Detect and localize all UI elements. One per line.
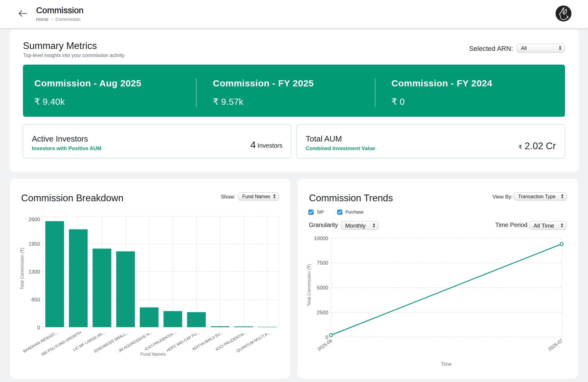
svg-text:10000: 10000 [314, 236, 328, 241]
svg-text:Total Commission (₹): Total Commission (₹) [307, 264, 311, 306]
svg-text:2600: 2600 [28, 217, 40, 222]
svg-text:2025-06: 2025-06 [316, 338, 333, 352]
svg-text:2500: 2500 [317, 310, 328, 316]
svg-text:7500: 7500 [317, 260, 328, 266]
svg-text:1300: 1300 [28, 269, 40, 275]
svg-text:2025-07: 2025-07 [547, 338, 564, 352]
svg-text:Time: Time [441, 361, 452, 367]
svg-text:SBI PSU FUND GROWTH: SBI PSU FUND GROWTH [41, 330, 82, 357]
svg-text:1950: 1950 [28, 241, 40, 247]
svg-text:Fund Names: Fund Names [140, 352, 166, 357]
svg-text:Total Commission (₹): Total Commission (₹) [20, 248, 24, 289]
svg-text:650: 650 [32, 297, 40, 303]
svg-text:0: 0 [37, 325, 40, 331]
svg-text:5000: 5000 [317, 285, 328, 291]
